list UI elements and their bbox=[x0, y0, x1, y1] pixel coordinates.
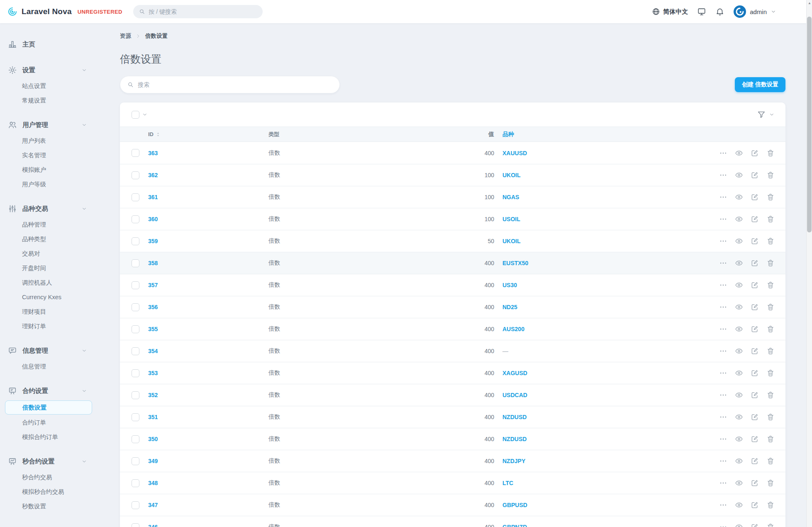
user-menu[interactable]: admin bbox=[734, 5, 776, 18]
row-id-link[interactable]: 356 bbox=[148, 304, 268, 310]
sidebar-item[interactable]: 调控机器人 bbox=[0, 276, 95, 290]
row-view-button[interactable] bbox=[735, 303, 743, 311]
scrollbar-up-arrow[interactable]: ▲ bbox=[808, 1, 811, 5]
row-view-button[interactable] bbox=[735, 501, 743, 509]
row-symbol-link[interactable]: XAGUSD bbox=[494, 370, 709, 376]
row-view-button[interactable] bbox=[735, 479, 743, 487]
row-more-button[interactable] bbox=[719, 193, 727, 201]
row-view-button[interactable] bbox=[735, 259, 743, 267]
row-id-link[interactable]: 361 bbox=[148, 194, 268, 200]
row-symbol-link[interactable]: NZDUSD bbox=[494, 414, 709, 420]
row-view-button[interactable] bbox=[735, 281, 743, 289]
sidebar-section-board[interactable]: 合约设置 bbox=[0, 382, 95, 400]
row-symbol-link[interactable]: UKOIL bbox=[494, 172, 709, 178]
sidebar-item[interactable]: 用户列表 bbox=[0, 134, 95, 148]
row-checkbox[interactable] bbox=[132, 281, 139, 289]
resource-search-input[interactable] bbox=[138, 81, 332, 88]
row-edit-button[interactable] bbox=[751, 435, 759, 443]
sidebar-item[interactable]: 模拟账户 bbox=[0, 163, 95, 177]
row-symbol-link[interactable]: NZDJPY bbox=[494, 458, 709, 464]
row-edit-button[interactable] bbox=[751, 171, 759, 179]
sidebar-item[interactable]: 模拟合约订单 bbox=[0, 430, 95, 444]
row-symbol-link[interactable]: ND25 bbox=[494, 304, 709, 310]
row-id-link[interactable]: 353 bbox=[148, 370, 268, 376]
row-more-button[interactable] bbox=[719, 369, 727, 377]
sidebar-section-board-chart[interactable]: 秒合约设置 bbox=[0, 453, 95, 470]
theme-button[interactable] bbox=[697, 7, 706, 16]
row-more-button[interactable] bbox=[719, 435, 727, 443]
row-id-link[interactable]: 358 bbox=[148, 260, 268, 266]
row-symbol-link[interactable]: GBPNZD bbox=[494, 524, 709, 527]
row-checkbox[interactable] bbox=[132, 501, 139, 509]
row-id-link[interactable]: 349 bbox=[148, 458, 268, 464]
row-delete-button[interactable] bbox=[766, 369, 775, 377]
row-more-button[interactable] bbox=[719, 347, 727, 355]
row-checkbox[interactable] bbox=[132, 325, 139, 333]
row-view-button[interactable] bbox=[735, 523, 743, 527]
row-symbol-link[interactable]: NGAS bbox=[494, 194, 709, 200]
sidebar-item[interactable]: 信息管理 bbox=[0, 359, 95, 374]
sidebar-section-sliders[interactable]: 品种交易 bbox=[0, 200, 95, 217]
row-more-button[interactable] bbox=[719, 149, 727, 157]
row-symbol-link[interactable]: USDCAD bbox=[494, 392, 709, 398]
row-edit-button[interactable] bbox=[751, 281, 759, 289]
sidebar-item[interactable]: 秒合约交易 bbox=[0, 470, 95, 485]
sidebar-item-active[interactable]: 倍数设置 bbox=[5, 400, 92, 415]
row-view-button[interactable] bbox=[735, 193, 743, 201]
row-edit-button[interactable] bbox=[751, 501, 759, 509]
sidebar-item[interactable]: Currency Kxes bbox=[0, 290, 95, 305]
row-checkbox[interactable] bbox=[132, 259, 139, 267]
row-view-button[interactable] bbox=[735, 391, 743, 399]
row-more-button[interactable] bbox=[719, 325, 727, 333]
row-view-button[interactable] bbox=[735, 215, 743, 223]
brand-home-link[interactable]: Laravel Nova bbox=[7, 7, 72, 17]
sidebar-section-gear[interactable]: 设置 bbox=[0, 61, 95, 79]
sidebar-item[interactable]: 开盘时间 bbox=[0, 261, 95, 276]
row-checkbox[interactable] bbox=[132, 237, 139, 245]
row-delete-button[interactable] bbox=[766, 171, 775, 179]
row-symbol-link[interactable]: UKOIL bbox=[494, 238, 709, 244]
resource-search[interactable] bbox=[120, 76, 340, 93]
row-edit-button[interactable] bbox=[751, 259, 759, 267]
row-delete-button[interactable] bbox=[766, 215, 775, 223]
row-edit-button[interactable] bbox=[751, 303, 759, 311]
row-delete-button[interactable] bbox=[766, 237, 775, 245]
sidebar-item[interactable]: 合约订单 bbox=[0, 415, 95, 430]
row-delete-button[interactable] bbox=[766, 501, 775, 509]
row-delete-button[interactable] bbox=[766, 193, 775, 201]
row-view-button[interactable] bbox=[735, 325, 743, 333]
row-more-button[interactable] bbox=[719, 479, 727, 487]
sidebar-item[interactable]: 理财项目 bbox=[0, 305, 95, 319]
row-delete-button[interactable] bbox=[766, 413, 775, 421]
row-checkbox[interactable] bbox=[132, 303, 139, 311]
row-edit-button[interactable] bbox=[751, 457, 759, 465]
row-symbol-link[interactable]: USOIL bbox=[494, 216, 709, 222]
row-checkbox[interactable] bbox=[132, 369, 139, 377]
row-symbol-link[interactable]: EUSTX50 bbox=[494, 260, 709, 266]
notifications-button[interactable] bbox=[715, 7, 724, 16]
row-view-button[interactable] bbox=[735, 149, 743, 157]
row-symbol-link[interactable]: US30 bbox=[494, 282, 709, 288]
row-view-button[interactable] bbox=[735, 237, 743, 245]
row-edit-button[interactable] bbox=[751, 369, 759, 377]
row-edit-button[interactable] bbox=[751, 347, 759, 355]
sidebar-item[interactable]: 品种类型 bbox=[0, 232, 95, 246]
sidebar-item[interactable]: 站点设置 bbox=[0, 79, 95, 93]
sidebar-section-users[interactable]: 用户管理 bbox=[0, 116, 95, 134]
row-more-button[interactable] bbox=[719, 501, 727, 509]
column-header-id-sort[interactable]: ID bbox=[148, 131, 268, 137]
row-symbol-link[interactable]: XAUUSD bbox=[494, 150, 709, 156]
row-delete-button[interactable] bbox=[766, 303, 775, 311]
filter-menu-button[interactable] bbox=[757, 110, 775, 119]
row-delete-button[interactable] bbox=[766, 457, 775, 465]
row-more-button[interactable] bbox=[719, 303, 727, 311]
row-checkbox[interactable] bbox=[132, 391, 139, 399]
row-more-button[interactable] bbox=[719, 259, 727, 267]
sidebar-item[interactable]: 交易对 bbox=[0, 246, 95, 261]
row-more-button[interactable] bbox=[719, 413, 727, 421]
scrollbar-thumb[interactable] bbox=[807, 17, 812, 232]
row-delete-button[interactable] bbox=[766, 281, 775, 289]
row-view-button[interactable] bbox=[735, 457, 743, 465]
row-checkbox[interactable] bbox=[132, 149, 139, 157]
row-id-link[interactable]: 351 bbox=[148, 414, 268, 420]
